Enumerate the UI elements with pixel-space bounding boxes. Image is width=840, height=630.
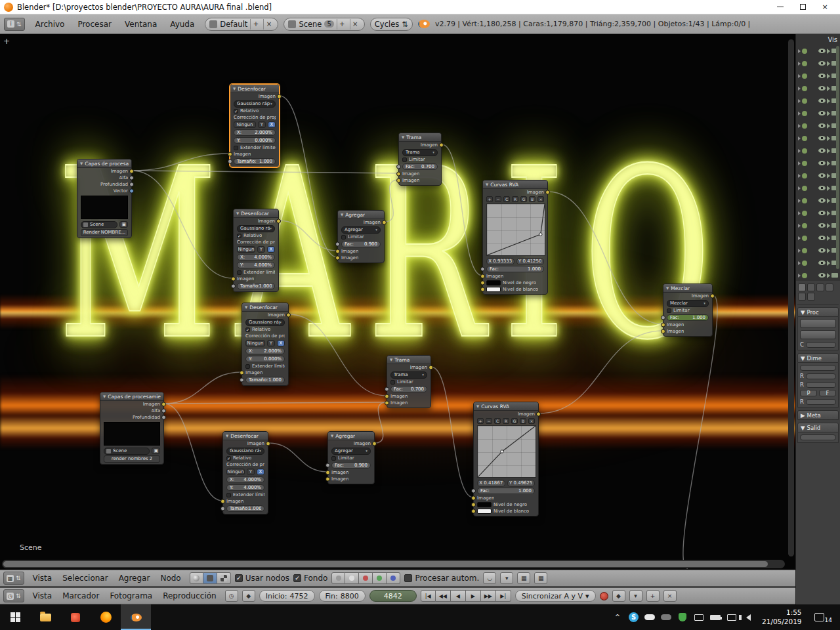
dropdown-gaussiano-rapido[interactable]: Gaussiano rápido▾	[245, 319, 285, 326]
object-icon[interactable]	[802, 61, 807, 66]
skype-icon[interactable]: S	[629, 612, 639, 622]
checkbox-unchecked-icon[interactable]	[390, 380, 395, 385]
outliner-scrollbar[interactable]	[836, 46, 839, 269]
curve-tool-x-icon[interactable]: ×	[537, 196, 544, 202]
checkbox-unchecked-icon[interactable]	[402, 158, 407, 162]
dropdown-gaussiano-rapido[interactable]: Gaussiano rápido▾	[234, 100, 276, 108]
curve-tool-x-icon[interactable]: +	[477, 418, 484, 424]
visibility-eye-icon[interactable]	[818, 136, 826, 140]
object-icon[interactable]	[802, 74, 807, 79]
node-add-mix-1[interactable]: ▼AgregarImagenAgregar▾LimitarFac:0.900Im…	[337, 210, 385, 263]
outliner-row[interactable]	[796, 94, 840, 107]
collapse-icon[interactable]: ▼	[103, 394, 106, 398]
expand-icon[interactable]	[798, 149, 801, 153]
node-render-layers-1[interactable]: ▼Capas de procesami...ImagenAlfaProfundi…	[77, 159, 132, 238]
node-header[interactable]: ▼Agregar	[338, 211, 384, 219]
output-socket[interactable]	[129, 176, 134, 180]
visibility-eye-icon[interactable]	[818, 98, 826, 103]
editor-type-button[interactable]: ▦ ⇅	[3, 572, 24, 585]
expand-icon[interactable]	[798, 62, 801, 66]
play-icon[interactable]: ▶	[466, 590, 481, 602]
color-swatch[interactable]	[486, 287, 501, 292]
file-explorer-icon[interactable]	[30, 604, 60, 630]
channel-color-icon[interactable]	[331, 572, 345, 584]
onedrive-icon[interactable]	[644, 612, 655, 623]
output-socket[interactable]	[286, 313, 291, 318]
node-header[interactable]: ▼Capas de procesamiento	[100, 392, 163, 401]
selectable-icon[interactable]	[827, 198, 830, 203]
collapse-icon[interactable]: ▼	[402, 135, 404, 139]
scene-selector[interactable]: Scene 5 + ×	[284, 18, 364, 31]
object-icon[interactable]	[802, 248, 807, 253]
node-header[interactable]: ▼Desenfocar	[242, 303, 288, 312]
expand-icon[interactable]	[798, 261, 801, 265]
outliner-row[interactable]	[796, 119, 840, 132]
add-scene-icon[interactable]: +	[337, 19, 347, 30]
checkbox-checked-icon[interactable]: ✓	[245, 327, 250, 332]
curve-point-y-field[interactable]: Y 0.41250	[516, 258, 545, 265]
editor-type-button[interactable]: ◷ ⇅	[3, 589, 24, 602]
node-header[interactable]: ▼Agregar	[328, 432, 374, 440]
frame-rate-field[interactable]	[806, 399, 836, 405]
lock-time-icon[interactable]: ◆	[242, 590, 255, 602]
editor-type-button[interactable]: i ⇅	[4, 18, 25, 31]
menu-ventana[interactable]: Ventana	[119, 18, 162, 30]
checkbox-unchecked-icon[interactable]	[237, 270, 242, 275]
dropdown-mezclar[interactable]: Mezclar▾	[667, 300, 709, 307]
selectable-icon[interactable]	[827, 148, 830, 154]
collapse-icon[interactable]: ▼	[80, 161, 83, 165]
checkbox-unchecked-icon[interactable]	[404, 574, 412, 582]
renderable-camera-icon[interactable]	[831, 273, 838, 278]
visibility-eye-icon[interactable]	[818, 198, 826, 203]
curve-tool-x-icon[interactable]: +	[486, 196, 493, 202]
camera-icon[interactable]: ▣	[152, 448, 160, 454]
close-icon[interactable]: ×	[814, 0, 836, 14]
output-socket[interactable]	[129, 169, 134, 174]
volume-icon[interactable]	[743, 612, 753, 623]
selectable-icon[interactable]	[827, 248, 830, 253]
visibility-eye-icon[interactable]	[818, 248, 826, 253]
tab-scene-icon[interactable]	[816, 284, 824, 291]
visibility-eye-icon[interactable]	[818, 261, 826, 265]
node-header[interactable]: ▼Capas de procesami...	[77, 159, 131, 168]
number-field-x[interactable]: X:2.000%	[234, 129, 276, 136]
selectable-icon[interactable]	[827, 236, 830, 241]
input-socket[interactable]	[480, 281, 485, 285]
dropdown-agregar[interactable]: Agregar▾	[341, 226, 381, 234]
curve-tool-x-icon[interactable]: −	[495, 196, 501, 202]
selectable-icon[interactable]	[827, 186, 830, 191]
number-field-x[interactable]: X:2.000%	[245, 348, 285, 354]
selectable-icon[interactable]	[827, 273, 830, 278]
scene-selector-field[interactable]: Scene	[104, 448, 150, 455]
play-reverse-icon[interactable]: ◀	[451, 590, 466, 602]
backdrop-toggle[interactable]: ✓ Fondo	[293, 574, 327, 583]
checkbox-unchecked-icon[interactable]	[341, 235, 346, 240]
render-button[interactable]	[800, 319, 836, 328]
timeline-menu-reproduccion[interactable]: Reproducción	[158, 590, 221, 602]
object-icon[interactable]	[802, 111, 807, 116]
input-socket[interactable]	[396, 165, 401, 169]
output-path-field[interactable]	[800, 434, 836, 440]
expand-icon[interactable]	[798, 174, 801, 178]
shader-nodes-tab[interactable]	[190, 572, 203, 584]
blender-taskbar-icon[interactable]	[121, 604, 151, 630]
jump-start-icon[interactable]: |◀	[421, 590, 436, 602]
pinned-app-icon[interactable]	[60, 604, 91, 630]
input-socket[interactable]	[220, 499, 225, 504]
node-header[interactable]: ▼Trama	[399, 133, 441, 142]
curve-tool-b-icon[interactable]: B	[520, 418, 526, 424]
number-field-fac[interactable]: Fac:0.700	[390, 386, 427, 392]
object-icon[interactable]	[802, 161, 807, 166]
output-socket[interactable]	[161, 415, 166, 420]
collapse-icon[interactable]: ▼	[331, 434, 333, 438]
node-rgb-curves-2[interactable]: ▼Curvas RVAImagen+−CRGB×X 0.41867Y 0.496…	[473, 402, 539, 516]
toggle-y[interactable]: Y	[258, 121, 266, 128]
selectable-icon[interactable]	[827, 161, 830, 166]
visibility-eye-icon[interactable]	[818, 161, 826, 165]
input-socket[interactable]	[661, 316, 665, 320]
visibility-eye-icon[interactable]	[818, 49, 826, 53]
node-screen-mix-2[interactable]: ▼TramaImagenTrama▾LimitarFac:0.700Imagen…	[387, 355, 431, 408]
expand-icon[interactable]	[798, 224, 801, 228]
compositor-nodes-tab[interactable]	[203, 572, 217, 584]
output-socket[interactable]	[276, 219, 281, 224]
